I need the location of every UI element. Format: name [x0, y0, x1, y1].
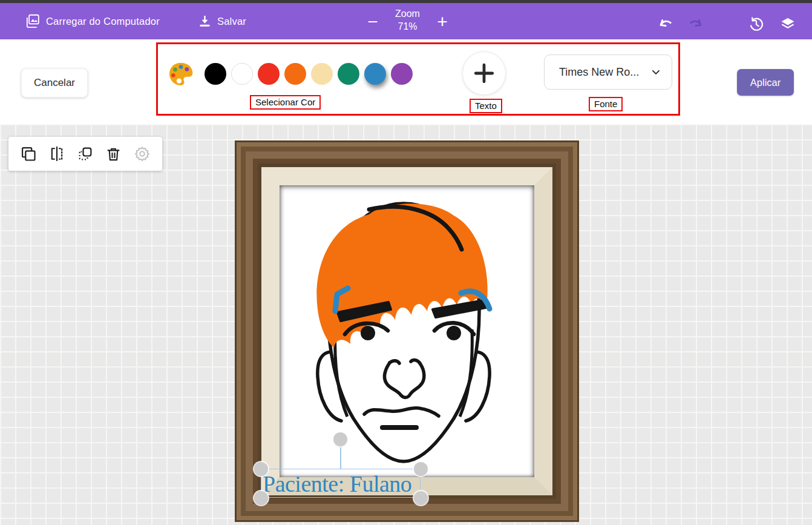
zoom-indicator: Zoom 71% — [385, 8, 430, 32]
annotation-fonte: Fonte — [589, 97, 623, 111]
color-swatch-2[interactable] — [258, 63, 280, 85]
layers-icon[interactable] — [779, 16, 796, 33]
edit-toolbar: Cancelar Times New Ro... Aplicar Selecio… — [0, 39, 812, 124]
resize-handle-top-left[interactable] — [254, 462, 268, 476]
save-icon — [198, 15, 212, 28]
app-header: Carregar do Computador Salvar − Zoom 71%… — [0, 3, 812, 39]
arrange-icon[interactable] — [76, 145, 94, 163]
upload-from-computer-button[interactable]: Carregar do Computador — [24, 9, 160, 33]
history-icon[interactable] — [748, 16, 765, 33]
color-swatch-0[interactable] — [205, 63, 226, 85]
undo-icon[interactable] — [657, 16, 674, 33]
zoom-label: Zoom — [385, 8, 430, 19]
gear-icon[interactable] — [133, 145, 151, 163]
face-drawing — [280, 185, 534, 477]
canvas-text[interactable]: Paciente: Fulano — [263, 470, 421, 498]
editor-canvas: Paciente: Fulano — [0, 124, 812, 525]
color-swatch-4[interactable] — [311, 63, 333, 85]
trash-icon[interactable] — [105, 145, 123, 163]
font-dropdown[interactable]: Times New Ro... — [544, 54, 672, 90]
color-swatches — [205, 63, 413, 85]
zoom-value: 71% — [385, 21, 430, 32]
resize-handle-top-right[interactable] — [414, 462, 428, 476]
duplicate-icon[interactable] — [19, 145, 38, 163]
color-swatch-7[interactable] — [391, 63, 413, 85]
rotation-stem — [340, 445, 341, 469]
redo-icon[interactable] — [687, 16, 704, 33]
chevron-down-icon — [650, 66, 662, 78]
resize-handle-bottom-right[interactable] — [414, 491, 428, 505]
font-dropdown-value: Times New Ro... — [545, 66, 650, 79]
plus-icon — [471, 60, 497, 87]
color-swatch-5[interactable] — [338, 63, 359, 85]
resize-handle-bottom-left[interactable] — [254, 491, 268, 505]
photo-area — [280, 185, 534, 477]
zoom-in-button[interactable]: + — [433, 12, 451, 33]
apply-button[interactable]: Aplicar — [737, 69, 794, 96]
flip-horizontal-icon[interactable] — [48, 145, 66, 163]
save-button[interactable]: Salvar — [198, 9, 246, 33]
annotation-select-color: Selecionar Cor — [250, 95, 321, 110]
frame-mat — [261, 167, 552, 495]
color-swatch-6[interactable] — [364, 63, 386, 85]
palette-icon[interactable] — [168, 61, 194, 87]
framed-image[interactable] — [235, 140, 579, 522]
color-swatch-1[interactable] — [231, 63, 253, 85]
object-toolbar — [8, 137, 162, 171]
zoom-out-button[interactable]: − — [364, 12, 382, 33]
color-swatch-3[interactable] — [284, 63, 306, 85]
rotation-handle[interactable] — [333, 432, 347, 446]
upload-image-icon — [24, 13, 41, 29]
cancel-button[interactable]: Cancelar — [21, 68, 88, 97]
add-text-button[interactable] — [462, 51, 506, 95]
annotation-texto: Texto — [470, 99, 502, 113]
upload-label: Carregar do Computador — [46, 16, 160, 27]
save-label: Salvar — [217, 16, 246, 27]
